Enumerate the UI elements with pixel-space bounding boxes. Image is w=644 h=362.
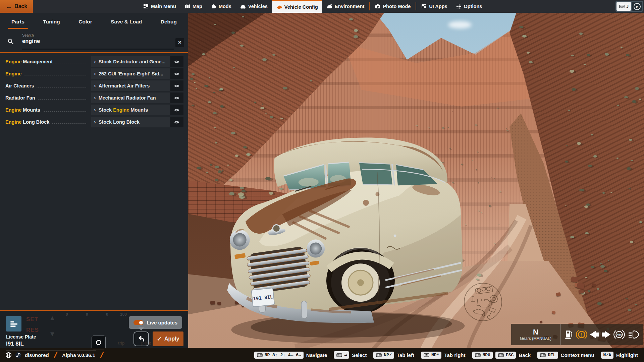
- tab-parts[interactable]: Parts: [9, 14, 26, 29]
- classic-car[interactable]: I91 8IL: [224, 134, 466, 348]
- search-icon: [7, 38, 14, 46]
- dotted-leader: [38, 99, 86, 100]
- ghost-value: 0: [86, 312, 88, 317]
- menu-item-ui-apps[interactable]: UI Apps: [417, 0, 451, 13]
- chevron-right-icon: ›: [94, 59, 96, 64]
- tab-debug[interactable]: Debug: [159, 14, 179, 29]
- menu-item-vehicle-config[interactable]: Vehicle Config: [272, 0, 322, 13]
- live-updates-label: Live updates: [147, 320, 177, 325]
- gearbox-mode-label: Gears (MANUAL): [520, 336, 551, 341]
- chevron-right-icon: ›: [94, 95, 96, 101]
- key-hint: DELContext menu: [537, 352, 594, 359]
- svg-text:!: !: [581, 332, 583, 338]
- visibility-eye-icon[interactable]: [170, 105, 183, 115]
- ui-apps-icon: [421, 4, 427, 9]
- menu-item-mods[interactable]: Mods: [207, 0, 236, 13]
- visibility-eye-icon[interactable]: [170, 68, 183, 79]
- ghost-up-arrow: ▲: [49, 314, 56, 322]
- part-row[interactable]: Engine Management›Stock Distributor and …: [0, 56, 188, 68]
- back-label: Back: [14, 3, 27, 9]
- check-icon: ✓: [157, 336, 162, 343]
- camera-icon: [375, 4, 380, 9]
- menu-item-environment[interactable]: Environment: [322, 0, 369, 13]
- menu-item-vehicles[interactable]: Vehicles: [236, 0, 272, 13]
- license-plate-input[interactable]: I91 8IL: [6, 341, 24, 347]
- search-field-label: Search: [22, 33, 34, 37]
- map-icon: [185, 4, 190, 9]
- dotted-leader: [55, 63, 86, 63]
- weather-icon: [327, 4, 332, 9]
- gear-indicator: N Gears (MANUAL): [511, 324, 560, 345]
- abs-icon: ABS: [613, 329, 625, 340]
- menu-item-options[interactable]: Options: [452, 0, 487, 13]
- key-pill: NP*: [421, 352, 441, 359]
- menu-item-map[interactable]: Map: [180, 0, 207, 13]
- part-value-dropdown[interactable]: ›Mechanical Radiator Fan: [91, 93, 170, 103]
- undo-button[interactable]: [133, 331, 149, 346]
- menu-item-label: Options: [464, 4, 482, 9]
- chevron-right-icon: ›: [94, 107, 96, 113]
- part-value-dropdown[interactable]: ›Stock Engine Mounts: [91, 105, 170, 115]
- menu-item-label: Map: [193, 4, 202, 9]
- key-pill: ESC: [495, 352, 516, 359]
- reload-vehicle-button[interactable]: [92, 336, 106, 350]
- part-value-dropdown[interactable]: ›Stock Distributor and Gene...: [91, 56, 170, 67]
- visibility-eye-icon[interactable]: [170, 93, 183, 103]
- tab-save-load[interactable]: Save & Load: [109, 14, 144, 29]
- menu-item-label: Vehicle Config: [284, 4, 318, 10]
- chevron-right-icon: ›: [94, 71, 96, 76]
- vehicle-details-button[interactable]: [6, 316, 21, 331]
- clear-search-icon[interactable]: ×: [175, 38, 184, 47]
- svg-text:ABS: ABS: [616, 333, 622, 336]
- part-category-label: Engine Long Block: [5, 116, 89, 128]
- part-value-dropdown[interactable]: ›Stock Long Block: [91, 117, 170, 127]
- search-underline: [22, 49, 174, 49]
- play-button[interactable]: ▶: [632, 2, 642, 11]
- keyboard-icon: [257, 353, 263, 358]
- menu-item-label: Mods: [219, 4, 231, 9]
- part-row[interactable]: Engine›252 CUI 'Empire-Eight' Sid...: [0, 68, 188, 80]
- chevron-right-icon: ›: [94, 119, 96, 125]
- keyboard-device-button[interactable]: J: [616, 2, 631, 11]
- part-row[interactable]: Radiator Fan›Mechanical Radiator Fan: [0, 92, 188, 104]
- hint-action-label: Select: [352, 352, 367, 358]
- menu-item-main-menu[interactable]: Main Menu: [139, 0, 180, 13]
- license-plate-label: License Plate: [6, 334, 36, 340]
- undo-tooltip-arrow: [139, 327, 144, 330]
- key-hint: N/AHighlight: [601, 352, 638, 359]
- slash-separator: /: [99, 351, 104, 359]
- tab-tuning[interactable]: Tuning: [41, 14, 62, 29]
- live-updates-toggle[interactable]: Live updates: [129, 316, 182, 329]
- refresh-icon: [95, 339, 103, 347]
- tab-color[interactable]: Color: [76, 14, 94, 29]
- fuel-icon: [565, 329, 573, 340]
- visibility-eye-icon[interactable]: [170, 117, 183, 127]
- engine-parts-watermark: [463, 282, 503, 322]
- ghost-trip-label: trip: [118, 341, 124, 346]
- part-category-label: Radiator Fan: [5, 92, 89, 104]
- hint-action-label: Context menu: [561, 352, 594, 358]
- part-row[interactable]: Engine Mounts›Stock Engine Mounts: [0, 104, 188, 116]
- part-row[interactable]: Air Cleaners›Aftermarket Air Filters: [0, 80, 188, 92]
- slash-separator: /: [53, 351, 58, 359]
- play-icon: ▶: [634, 3, 641, 10]
- beamng-vehicle-config-screen: I91 8IL N Gears (MANUAL): [0, 0, 644, 362]
- key-hints: NP 8↑ 2↓ 4← 6→Navigate↵SelectNP/Tab left…: [254, 348, 638, 362]
- puzzle-icon: [211, 4, 216, 9]
- parking-brake-warning-icon: !: [576, 329, 587, 340]
- dotted-leader: [37, 87, 86, 87]
- back-button[interactable]: ← Back: [0, 0, 33, 13]
- part-row[interactable]: Engine Long Block›Stock Long Block: [0, 116, 188, 128]
- search-input[interactable]: engine: [22, 38, 40, 44]
- vehicle-status-hud: N Gears (MANUAL) !: [511, 324, 643, 345]
- menu-item-photo-mode[interactable]: Photo Mode: [371, 0, 415, 13]
- key-pill: NP 8↑ 2↓ 4← 6→: [254, 352, 304, 359]
- part-value-dropdown[interactable]: ›252 CUI 'Empire-Eight' Sid...: [91, 68, 170, 79]
- left-signal-icon: [590, 331, 599, 338]
- part-value-dropdown[interactable]: ›Aftermarket Air Filters: [91, 80, 170, 91]
- visibility-eye-icon[interactable]: [170, 56, 183, 67]
- visibility-eye-icon[interactable]: [170, 80, 183, 91]
- 3d-viewport[interactable]: I91 8IL N Gears (MANUAL): [188, 13, 644, 348]
- menu-item-label: Vehicles: [248, 4, 268, 9]
- apply-button[interactable]: ✓ Apply: [153, 331, 183, 346]
